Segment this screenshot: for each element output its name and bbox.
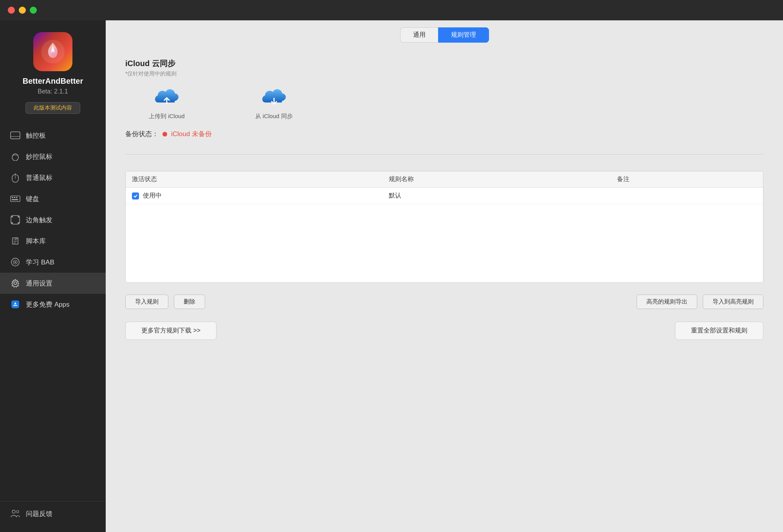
svg-point-17 [18,222,19,224]
app-version: Beta: 2.1.1 [38,88,68,95]
sidebar-item-keyboard-label: 键盘 [26,194,39,203]
download-cloud-icon [260,87,288,109]
col-note: 备注 [611,171,763,188]
active-status-label: 使用中 [143,192,162,200]
svg-point-1 [51,54,55,58]
upload-cloud-icon [153,87,180,109]
rules-table-container: 激活状态 规则名称 备注 使用 [125,171,763,283]
learn-bab-icon [10,257,20,267]
sidebar-item-corner-touch-label: 边角触发 [26,216,52,225]
magic-mouse-icon [10,151,20,162]
sidebar-item-script-lib[interactable]: 脚本库 [0,230,106,252]
svg-rect-10 [14,197,15,198]
svg-rect-8 [11,196,20,202]
tab-general[interactable]: 通用 [400,27,438,43]
svg-rect-11 [16,197,18,198]
col-active-status: 激活状态 [126,171,382,188]
tab-bar: 通用 规则管理 [106,20,783,47]
export-highlight-button[interactable]: 高亮的规则导出 [637,295,697,309]
beta-badge: 此版本测试内容 [25,102,80,114]
checkbox-checked[interactable] [132,192,139,200]
sidebar: BetterAndBetter Beta: 2.1.1 此版本测试内容 触控板 … [0,20,106,532]
table-empty-row [126,204,763,282]
import-to-highlight-button[interactable]: 导入到高亮规则 [703,295,763,309]
sidebar-item-trackpad-label: 触控板 [26,131,46,140]
sidebar-item-normal-mouse[interactable]: 普通鼠标 [0,167,106,188]
backup-status-text: iCloud 未备份 [171,129,212,138]
reset-all-button[interactable]: 重置全部设置和规则 [675,322,763,340]
sidebar-bottom: 问题反馈 [0,500,106,524]
col-rule-name: 规则名称 [382,171,611,188]
table-header-row: 激活状态 规则名称 备注 [126,171,763,188]
svg-marker-22 [14,237,18,239]
sidebar-divider [0,501,106,501]
sidebar-item-trackpad[interactable]: 触控板 [0,125,106,146]
feedback-icon [10,509,20,519]
normal-mouse-icon [10,173,20,183]
cell-note [611,188,763,204]
titlebar [0,0,783,20]
import-rule-button[interactable]: 导入规则 [125,295,168,309]
svg-rect-9 [12,197,13,198]
download-icloud-label: 从 iCloud 同步 [255,113,293,120]
section-divider [125,154,763,155]
trackpad-icon [10,130,20,140]
main-content: 通用 规则管理 iCloud 云同步 *仅针对使用中的规则 [106,20,783,532]
content-area: iCloud 云同步 *仅针对使用中的规则 [106,47,783,532]
svg-point-29 [12,510,15,513]
backup-status-label: 备份状态： [125,129,159,138]
gear-icon [10,278,20,288]
sidebar-item-keyboard[interactable]: 键盘 [0,188,106,209]
rules-table: 激活状态 规则名称 备注 使用 [126,171,763,282]
svg-point-14 [11,216,13,217]
checkbox-cell: 使用中 [132,192,376,200]
download-from-icloud-button[interactable]: 从 iCloud 同步 [255,87,293,120]
delete-button[interactable]: 删除 [174,295,205,309]
svg-point-26 [14,282,17,285]
minimize-button[interactable] [19,7,26,14]
icloud-title: iCloud 云同步 [125,58,763,69]
svg-point-25 [14,261,16,263]
tab-rules[interactable]: 规则管理 [438,27,489,43]
backup-status-dot [162,132,167,137]
app-logo [33,32,72,71]
close-button[interactable] [8,7,15,14]
app-logo-svg [39,38,67,65]
svg-rect-2 [11,132,20,139]
app-name: BetterAndBetter [23,77,83,86]
action-buttons-row: 导入规则 删除 高亮的规则导出 导入到高亮规则 [125,295,763,309]
svg-rect-12 [12,199,18,200]
sidebar-item-learn-bab-label: 学习 BAB [26,258,54,267]
svg-point-15 [18,216,19,217]
upload-icloud-label: 上传到 iCloud [149,113,185,120]
more-official-rules-button[interactable]: 更多官方规则下载 >> [125,322,216,340]
keyboard-icon [10,194,20,204]
sidebar-item-more-apps-label: 更多免费 Apps [26,300,69,309]
bottom-row: 更多官方规则下载 >> 重置全部设置和规则 [125,322,763,348]
backup-status: 备份状态： iCloud 未备份 [125,129,763,138]
sidebar-item-corner-touch[interactable]: 边角触发 [0,209,106,230]
icloud-section: iCloud 云同步 *仅针对使用中的规则 [125,58,763,146]
sidebar-item-magic-mouse[interactable]: 妙控鼠标 [0,146,106,167]
table-row[interactable]: 使用中 默认 [126,188,763,204]
sidebar-item-general-settings[interactable]: 通用设置 [0,273,106,294]
traffic-lights [8,7,37,14]
svg-point-30 [16,510,19,513]
sidebar-item-learn-bab[interactable]: 学习 BAB [0,252,106,273]
corner-touch-icon [10,215,20,225]
icloud-subtitle: *仅针对使用中的规则 [125,70,763,77]
apps-icon [10,299,20,309]
cell-rule-name: 默认 [382,188,611,204]
app-body: BetterAndBetter Beta: 2.1.1 此版本测试内容 触控板 … [0,20,783,532]
sidebar-item-general-settings-label: 通用设置 [26,279,52,288]
upload-to-icloud-button[interactable]: 上传到 iCloud [149,87,185,120]
sidebar-item-normal-mouse-label: 普通鼠标 [26,173,52,182]
sidebar-item-script-lib-label: 脚本库 [26,237,46,246]
sidebar-item-magic-mouse-label: 妙控鼠标 [26,152,52,161]
sidebar-item-feedback[interactable]: 问题反馈 [0,503,106,524]
icloud-buttons: 上传到 iCloud [125,87,763,120]
svg-point-16 [11,222,13,224]
sidebar-item-more-apps[interactable]: 更多免费 Apps [0,294,106,315]
script-lib-icon [10,236,20,246]
maximize-button[interactable] [30,7,37,14]
